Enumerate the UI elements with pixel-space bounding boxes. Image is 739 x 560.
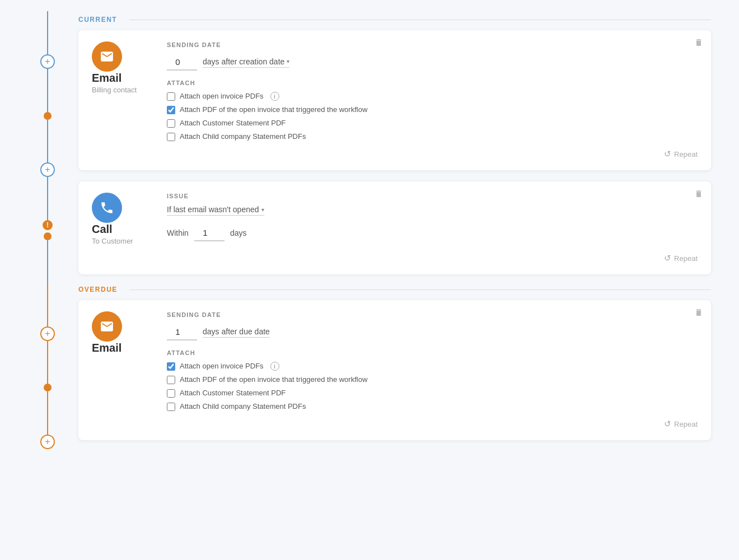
call-within-row: Within days: [167, 225, 698, 241]
email2-inner: Email SENDING DATE days after due date: [92, 311, 698, 411]
timeline-line-3: [47, 177, 48, 220]
email1-checkbox-0[interactable]: [167, 92, 175, 101]
email2-date-dropdown[interactable]: days after due date: [203, 327, 270, 338]
email1-days-input[interactable]: [167, 54, 197, 71]
email1-title: Email: [92, 72, 153, 85]
email1-dropdown-label: days after creation date: [203, 57, 284, 66]
call-issue-dropdown-label: If last email wasn't opened: [167, 205, 259, 214]
email1-attach-item-3: Attach Child company Statement PDFs: [167, 132, 698, 141]
between-add-btn[interactable]: +: [40, 162, 55, 177]
timeline-line-2: [47, 120, 48, 163]
email1-date-dropdown[interactable]: days after creation date ▾: [203, 57, 289, 68]
email2-repeat-btn[interactable]: ↺ Repeat: [664, 419, 698, 429]
email2-info-icon-0[interactable]: i: [270, 362, 279, 371]
timeline-line-orange-1: [47, 283, 48, 326]
email2-checkbox-2[interactable]: [167, 389, 175, 398]
call-chevron-icon: ▾: [261, 207, 264, 213]
call-details: ISSUE If last email wasn't opened ▾ With…: [167, 193, 698, 245]
email2-attach-label-0: Attach open invoice PDFs: [180, 362, 264, 370]
email2-envelope-icon: [100, 319, 114, 334]
email2-attach-item-2: Attach Customer Statement PDF: [167, 389, 698, 398]
call-info: Call To Customer: [92, 223, 153, 245]
call-phone-icon: [100, 200, 114, 215]
email1-envelope-icon: [100, 49, 114, 64]
email1-sending-row: days after creation date ▾: [167, 54, 698, 71]
email1-card: Email Billing contact SENDING DATE days …: [78, 30, 711, 170]
email2-title: Email: [92, 342, 153, 354]
content-area: CURRENT Email Billing contact: [78, 11, 711, 449]
email2-checkbox-1[interactable]: [167, 376, 175, 384]
timeline-line-orange-3: [47, 391, 48, 435]
email2-dropdown-label: days after due date: [203, 327, 270, 336]
email1-sending-label: SENDING DATE: [167, 41, 698, 48]
email2-info: Email: [92, 342, 153, 356]
bottom-add-btn[interactable]: +: [40, 435, 55, 449]
email1-attach-label-0: Attach open invoice PDFs: [180, 92, 264, 100]
call-card: Call To Customer ISSUE If last email was…: [78, 181, 711, 274]
email1-checkbox-1[interactable]: [167, 106, 175, 114]
call-repeat-btn[interactable]: ↺ Repeat: [664, 253, 698, 263]
call-days-input[interactable]: [194, 225, 224, 241]
overdue-add-btn[interactable]: +: [40, 326, 55, 341]
email1-inner: Email Billing contact SENDING DATE days …: [92, 41, 698, 141]
email1-attach-item-0: Attach open invoice PDFs i: [167, 92, 698, 101]
timeline-line-4: [47, 240, 48, 283]
email2-delete-btn[interactable]: [694, 308, 703, 319]
timeline-line-top: [47, 11, 48, 54]
current-divider: [129, 20, 711, 20]
email2-details: SENDING DATE days after due date ATTACH: [167, 311, 698, 411]
call-issue-dropdown[interactable]: If last email wasn't opened ▾: [167, 205, 264, 216]
email2-icon-group: Email: [92, 311, 153, 411]
email2-repeat-label: Repeat: [674, 420, 698, 428]
email1-footer: ↺ Repeat: [92, 149, 698, 159]
call-title: Call: [92, 223, 153, 236]
email1-repeat-btn[interactable]: ↺ Repeat: [664, 149, 698, 159]
email1-checkbox-3[interactable]: [167, 133, 175, 141]
email2-days-input[interactable]: [167, 324, 197, 340]
email2-attach-items: Attach open invoice PDFs i Attach PDF of…: [167, 362, 698, 411]
call-footer: ↺ Repeat: [92, 253, 698, 263]
email1-icon: Email Billing contact: [92, 41, 153, 141]
email1-trash-icon: [694, 38, 703, 47]
timeline-line-1: [47, 69, 48, 112]
email1-attach-item-2: Attach Customer Statement PDF: [167, 119, 698, 128]
email1-attach-label-2: Attach Customer Statement PDF: [180, 119, 286, 127]
call-issue-row: If last email wasn't opened ▾: [167, 205, 698, 216]
call-days-label: days: [230, 228, 247, 237]
email2-attach-item-3: Attach Child company Statement PDFs: [167, 402, 698, 411]
call-repeat-icon: ↺: [664, 253, 671, 263]
timeline-dot-call: [44, 232, 52, 240]
timeline-dot-email2: [44, 384, 52, 391]
warning-dot-call: !: [43, 220, 53, 230]
call-icon-group: Call To Customer: [92, 193, 153, 245]
call-issue-label: ISSUE: [167, 193, 698, 199]
current-label: CURRENT: [78, 16, 117, 24]
overdue-label: OVERDUE: [78, 286, 118, 293]
current-add-btn[interactable]: +: [40, 54, 55, 69]
email2-attach-label: ATTACH: [167, 349, 698, 356]
email2-attach-item-0: Attach open invoice PDFs i: [167, 362, 698, 371]
email2-footer: ↺ Repeat: [92, 419, 698, 429]
email2-checkbox-3[interactable]: [167, 403, 175, 411]
email1-attach-label-1: Attach PDF of the open invoice that trig…: [180, 105, 367, 114]
email1-details: SENDING DATE days after creation date ▾ …: [167, 41, 698, 141]
email2-sending-label: SENDING DATE: [167, 311, 698, 318]
call-repeat-label: Repeat: [674, 254, 698, 263]
timeline-dot-email1: [44, 112, 52, 120]
email1-info-icon-0[interactable]: i: [270, 92, 279, 101]
email2-attach-item-1: Attach PDF of the open invoice that trig…: [167, 375, 698, 384]
email1-delete-btn[interactable]: [694, 38, 703, 49]
call-within-label: Within: [167, 228, 189, 237]
email1-attach-label: ATTACH: [167, 80, 698, 86]
call-inner: Call To Customer ISSUE If last email was…: [92, 193, 698, 245]
call-delete-btn[interactable]: [694, 189, 703, 200]
email2-trash-icon: [694, 308, 703, 317]
call-trash-icon: [694, 189, 703, 198]
email1-attach-section: ATTACH Attach open invoice PDFs i Attach…: [167, 80, 698, 141]
email2-icon-circle: [92, 311, 122, 342]
email1-checkbox-2[interactable]: [167, 119, 175, 128]
current-header: CURRENT: [78, 16, 711, 24]
email2-checkbox-0[interactable]: [167, 362, 175, 371]
email1-attach-items: Attach open invoice PDFs i Attach PDF of…: [167, 92, 698, 141]
timeline-line-orange-2: [47, 341, 48, 384]
